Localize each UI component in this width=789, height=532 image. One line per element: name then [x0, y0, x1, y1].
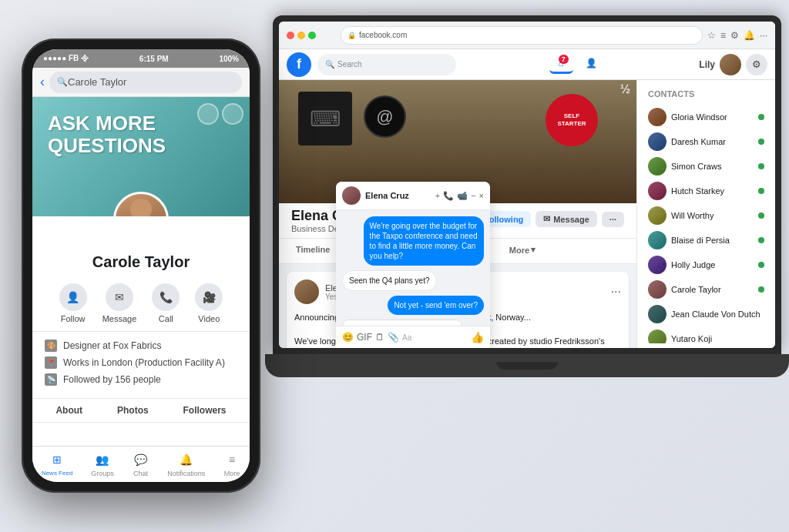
lock-icon: 🔒 — [347, 32, 356, 39]
bell-icon[interactable]: 🔔 — [744, 30, 755, 41]
phone-battery: 100% — [219, 55, 239, 63]
chat-minimize-icon[interactable]: − — [471, 191, 475, 201]
chat-window: Elena Cruz + 📞 📹 − × We're g — [336, 182, 490, 348]
online-indicator — [758, 286, 764, 293]
settings-icon[interactable]: ⚙ — [730, 30, 739, 41]
contacts-title: CONTACTS — [643, 86, 769, 102]
phone-cover-text: ASK MOREQUESTIONS — [48, 112, 166, 156]
phone-bottom-nav: ⊞ News Feed 👥 Groups 💬 Chat 🔔 Notificati… — [32, 446, 250, 482]
minimize-button[interactable] — [297, 32, 305, 39]
contact-carole[interactable]: Carole Taylor — [643, 277, 769, 302]
contact-avatar — [648, 305, 666, 323]
browser-chrome: 🔒 facebook.com ☆ ≡ ⚙ 🔔 ··· — [279, 22, 775, 49]
fb-content-area: ⌨ @ ½ SELFSTARTER Elena Cruz Business D — [279, 80, 636, 348]
nav-notifications[interactable]: 🔔 Notifications — [167, 451, 205, 477]
message-button[interactable]: ✉ Message — [536, 211, 596, 227]
more-icon[interactable]: ··· — [760, 30, 767, 41]
nav-groups-label: Groups — [91, 470, 114, 477]
avatar-silhouette — [116, 194, 166, 216]
contact-yutaro[interactable]: Yutaro Koji — [643, 326, 769, 343]
fb-search-placeholder: Search — [337, 60, 362, 69]
chat-add-icon[interactable]: + — [435, 191, 440, 201]
fb-settings-icon[interactable]: ⚙ — [746, 54, 767, 75]
chat-call-icon[interactable]: 📞 — [443, 191, 454, 201]
self-starter-badge: SELFSTARTER — [546, 94, 598, 146]
message-action[interactable]: ✉ Message — [102, 283, 137, 323]
contact-will[interactable]: Will Worthy — [643, 203, 769, 228]
cover-overlay-text: ½ — [614, 80, 636, 99]
phone-search-bar[interactable]: 🔍 Carole Taylor — [49, 72, 242, 93]
chat-avatar — [342, 186, 361, 205]
laptop-device: 🔒 facebook.com ☆ ≡ ⚙ 🔔 ··· f — [265, 15, 789, 400]
notifications-icon: 🔔 — [178, 451, 195, 468]
chat-video-icon[interactable]: 📹 — [457, 191, 468, 201]
contact-daresh[interactable]: Daresh Kumar — [643, 129, 769, 154]
laptop-screen: 🔒 facebook.com ☆ ≡ ⚙ 🔔 ··· f — [279, 22, 775, 348]
contact-name: Holly Judge — [671, 260, 754, 269]
chat-contact-name: Elena Cruz — [365, 191, 431, 200]
chat-message-1: We're going over the budget for the Taxp… — [364, 216, 484, 266]
contact-name: Daresh Kumar — [671, 137, 754, 146]
follow-icon: 👤 — [59, 283, 87, 311]
chat-message-2: Seen the Q4 plans yet? — [342, 270, 437, 291]
location-icon: 📍 — [45, 356, 57, 369]
message-icon: ✉ — [543, 214, 550, 224]
video-action[interactable]: 🎥 Video — [195, 283, 223, 323]
tab-followers[interactable]: Followers — [183, 405, 227, 416]
contact-blaise[interactable]: Blaise di Persia — [643, 228, 769, 253]
call-action[interactable]: 📞 Call — [152, 283, 180, 323]
thumbs-up-icon[interactable]: 👍 — [471, 331, 484, 343]
tab-more[interactable]: More ▾ — [500, 239, 545, 263]
nav-newsfeed[interactable]: ⊞ News Feed — [42, 451, 72, 477]
phone-info-designer-text: Designer at Fox Fabrics — [63, 340, 161, 351]
fb-contacts-sidebar: CONTACTS Gloria Windsor Daresh Kumar — [636, 80, 775, 348]
contact-name: Hutch Starkey — [671, 186, 754, 196]
tab-about[interactable]: About — [55, 405, 82, 416]
chat-input-placeholder: Aa — [402, 333, 411, 342]
phone-profile-tabs: About Photos Followers — [32, 399, 250, 423]
laptop-lid: 🔒 facebook.com ☆ ≡ ⚙ 🔔 ··· f — [273, 15, 781, 354]
fb-search-bar[interactable]: 🔍 Search — [317, 54, 456, 75]
chat-text-input[interactable]: Aa — [402, 333, 468, 342]
nav-groups[interactable]: 👥 Groups — [91, 451, 114, 477]
tab-photos[interactable]: Photos — [117, 405, 149, 416]
sticker-icon[interactable]: 🗒 — [375, 332, 384, 343]
close-button[interactable] — [287, 32, 294, 39]
chat-close-icon[interactable]: × — [479, 191, 484, 201]
contact-jeanclaude[interactable]: Jean Claude Von Dutch — [643, 302, 769, 326]
fb-nav-home[interactable]: ⌂ 7 — [549, 55, 573, 74]
fb-post-avatar — [294, 279, 319, 304]
more-icon: ≡ — [223, 451, 240, 468]
fb-user-avatar[interactable] — [720, 54, 741, 75]
groups-icon: 👥 — [94, 451, 111, 468]
nav-chat-label: Chat — [133, 470, 148, 477]
contact-avatar — [648, 330, 666, 343]
attachment-icon[interactable]: 📎 — [388, 332, 399, 343]
nav-chat[interactable]: 💬 Chat — [132, 451, 149, 477]
gif-icon[interactable]: GIF — [357, 332, 372, 343]
fb-nav-profile[interactable]: 👤 — [576, 55, 606, 74]
call-icon: 📞 — [152, 283, 180, 311]
contact-avatar — [648, 132, 666, 151]
emoji-icon[interactable]: 😊 — [342, 332, 354, 343]
phone-info-designer: 🎨 Designer at Fox Fabrics — [45, 340, 237, 352]
contact-avatar — [648, 231, 666, 249]
at-symbol-decoration: @ — [364, 95, 406, 138]
browser-urlbar[interactable]: 🔒 facebook.com — [341, 26, 703, 45]
message-icon: ✉ — [106, 283, 133, 311]
contact-simon[interactable]: Simon Craws — [643, 154, 769, 179]
contact-hutch[interactable]: Hutch Starkey — [643, 179, 769, 203]
menu-icon[interactable]: ≡ — [720, 30, 726, 41]
contact-holly[interactable]: Holly Judge — [643, 253, 769, 277]
nav-more[interactable]: ≡ More — [223, 451, 240, 477]
maximize-button[interactable] — [308, 32, 316, 39]
bookmark-icon[interactable]: ☆ — [707, 30, 716, 41]
back-button[interactable]: ‹ — [40, 74, 45, 90]
post-more-button[interactable]: ··· — [611, 285, 621, 299]
contact-avatar — [648, 280, 666, 299]
contact-gloria[interactable]: Gloria Windsor — [643, 105, 769, 129]
tab-timeline[interactable]: Timeline — [287, 239, 339, 263]
follow-action[interactable]: 👤 Follow — [59, 283, 87, 323]
more-options-button[interactable]: ··· — [602, 212, 624, 227]
phone-nav-bar: ‹ 🔍 Carole Taylor — [32, 68, 250, 97]
